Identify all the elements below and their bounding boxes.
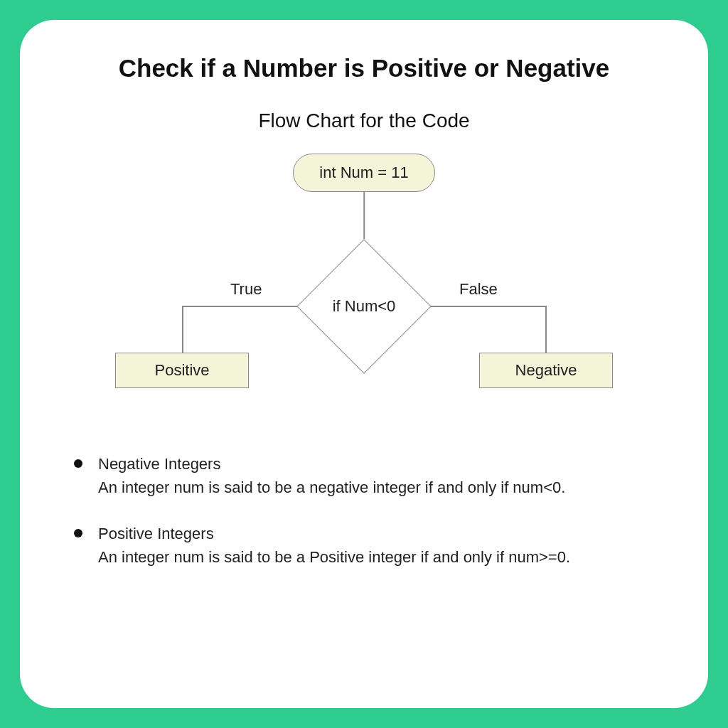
bullet-icon xyxy=(74,529,82,537)
decision-label: if Num<0 xyxy=(296,239,432,374)
branch-label-false: False xyxy=(459,280,498,299)
connector-left-horizontal xyxy=(182,306,297,307)
chart-subtitle: Flow Chart for the Code xyxy=(60,109,668,132)
start-node: int Num = 11 xyxy=(293,154,435,192)
bullet-body: An integer num is said to be a Positive … xyxy=(98,548,570,566)
content-card: Check if a Number is Positive or Negativ… xyxy=(20,20,708,708)
bullet-text: Positive Integers An integer num is said… xyxy=(98,522,570,569)
bullet-icon xyxy=(74,459,82,468)
connector-right-vertical xyxy=(545,306,547,353)
decision-node: if Num<0 xyxy=(296,239,432,374)
bullet-heading: Positive Integers xyxy=(98,522,570,545)
connector-vertical-top xyxy=(363,192,365,239)
result-label-positive: Positive xyxy=(154,361,209,380)
result-label-negative: Negative xyxy=(515,361,577,380)
connector-right-horizontal xyxy=(431,306,546,307)
bullet-body: An integer num is said to be a negative … xyxy=(98,478,565,496)
result-box-negative: Negative xyxy=(479,353,613,388)
start-node-label: int Num = 11 xyxy=(319,164,408,182)
bullet-list: Negative Integers An integer num is said… xyxy=(60,452,668,569)
flowchart: int Num = 11 if Num<0 True False Positiv… xyxy=(115,154,613,424)
connector-left-vertical xyxy=(182,306,183,353)
list-item: Positive Integers An integer num is said… xyxy=(74,522,654,569)
list-item: Negative Integers An integer num is said… xyxy=(74,452,654,499)
branch-label-true: True xyxy=(230,280,262,299)
page-title: Check if a Number is Positive or Negativ… xyxy=(60,54,668,82)
bullet-heading: Negative Integers xyxy=(98,452,565,476)
bullet-text: Negative Integers An integer num is said… xyxy=(98,452,565,499)
result-box-positive: Positive xyxy=(115,353,249,388)
